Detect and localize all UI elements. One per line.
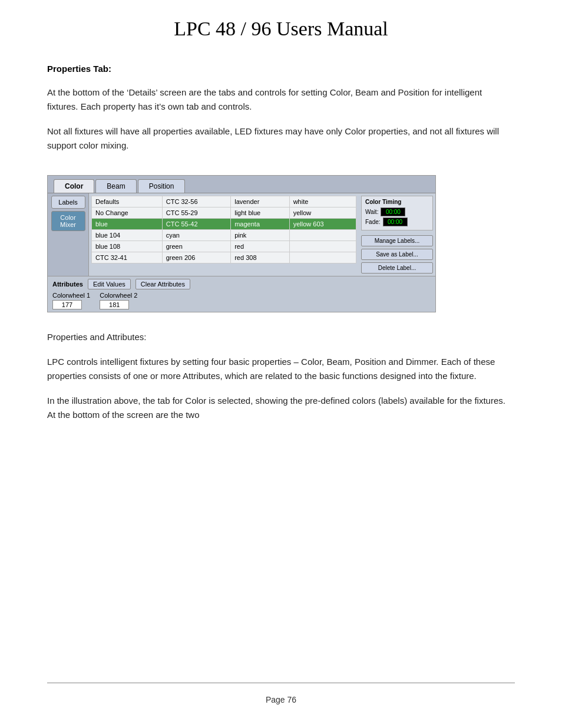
cell-col4 [289,230,356,241]
cell-col4: white [289,196,356,207]
attributes-label: Attributes [52,281,83,288]
tab-color[interactable]: Color [54,179,94,193]
fade-label: Fade: [365,219,381,225]
tab-beam[interactable]: Beam [95,179,136,193]
tab-position[interactable]: Position [138,179,186,193]
cell-col4: yellow [289,207,356,219]
cell-col4 [289,241,356,252]
ui-screenshot-panel: Color Beam Position Labels Color Mixer D… [47,175,436,312]
body-text-1: At the bottom of the ‘Details’ screen ar… [47,85,515,114]
cell-col1: blue [92,219,163,230]
ui-right-panel: Color Timing Wait: Fade: Manage Labels..… [359,193,435,276]
cell-col3: magenta [231,219,289,230]
cell-col2: CTC 32-56 [162,196,230,207]
delete-label-button[interactable]: Delete Label... [361,262,433,274]
table-row[interactable]: No Change CTC 55-29 light blue yellow [92,207,356,219]
body-text-2: Not all fixtures will have all propertie… [47,124,515,153]
table-row[interactable]: blue 108 green red [92,241,356,252]
cell-col1: CTC 32-41 [92,252,163,263]
color-timing-box: Color Timing Wait: Fade: [361,196,433,230]
save-as-label-button[interactable]: Save as Label... [361,249,433,260]
wait-row: Wait: [365,207,429,216]
cell-col1: No Change [92,207,163,219]
page-number: Page 76 [266,695,296,704]
cell-col2: CTC 55-42 [162,219,230,230]
colorwheel-2-col: Colorwheel 2 [100,292,137,309]
color-timing-title: Color Timing [365,199,429,205]
table-row[interactable]: blue 104 cyan pink [92,230,356,241]
cell-col2: green [162,241,230,252]
cell-col4 [289,252,356,263]
page-container: LPC 48 / 96 Users Manual Properties Tab:… [0,0,562,728]
cell-col2: green 206 [162,252,230,263]
cell-col2: cyan [162,230,230,241]
cell-col1: blue 108 [92,241,163,252]
ui-bottom-bar: Attributes Edit Values Clear Attributes … [48,276,435,312]
cell-col3: pink [231,230,289,241]
table-row[interactable]: Defaults CTC 32-56 lavender white [92,196,356,207]
colorwheel-row: Colorwheel 1 Colorwheel 2 [52,292,431,309]
body-text-3: LPC controls intelligent fixtures by set… [47,355,515,383]
ui-sidebar: Labels Color Mixer [48,193,89,276]
cell-col3: red [231,241,289,252]
cell-col4: yellow 603 [289,219,356,230]
wait-label: Wait: [365,209,378,215]
attributes-row: Attributes Edit Values Clear Attributes [52,279,431,289]
table-row[interactable]: CTC 32-41 green 206 red 308 [92,252,356,263]
table-row-selected[interactable]: blue CTC 55-42 magenta yellow 603 [92,219,356,230]
section-heading-2: Properties and Attributes: [47,330,515,344]
tabs-row: Color Beam Position [48,176,435,193]
sidebar-btn-labels[interactable]: Labels [51,196,85,209]
sidebar-btn-color-mixer[interactable]: Color Mixer [51,211,85,231]
cell-col1: Defaults [92,196,163,207]
colorwheel-2-input[interactable] [100,300,129,309]
cell-col3: light blue [231,207,289,219]
manage-labels-button[interactable]: Manage Labels... [361,235,433,246]
fade-input[interactable] [383,218,408,226]
colorwheel-1-col: Colorwheel 1 [52,292,90,309]
ui-main-area: Labels Color Mixer Defaults CTC 32-56 la… [48,193,435,276]
cell-col1: blue 104 [92,230,163,241]
ui-grid-area: Defaults CTC 32-56 lavender white No Cha… [89,193,359,276]
color-grid: Defaults CTC 32-56 lavender white No Cha… [91,196,356,263]
page-title: LPC 48 / 96 Users Manual [47,18,515,40]
page-footer: Page 76 [47,683,515,704]
wait-input[interactable] [381,207,405,216]
edit-values-button[interactable]: Edit Values [88,279,131,289]
body-text-4: In the illustration above, the tab for C… [47,394,515,422]
clear-attributes-button[interactable]: Clear Attributes [135,279,190,289]
colorwheel-1-input[interactable] [52,300,82,309]
section-heading-1: Properties Tab: [47,64,515,74]
fade-row: Fade: [365,218,429,226]
colorwheel-1-label: Colorwheel 1 [52,292,90,299]
cell-col2: CTC 55-29 [162,207,230,219]
cell-col3: red 308 [231,252,289,263]
cell-col3: lavender [231,196,289,207]
colorwheel-2-label: Colorwheel 2 [100,292,137,299]
